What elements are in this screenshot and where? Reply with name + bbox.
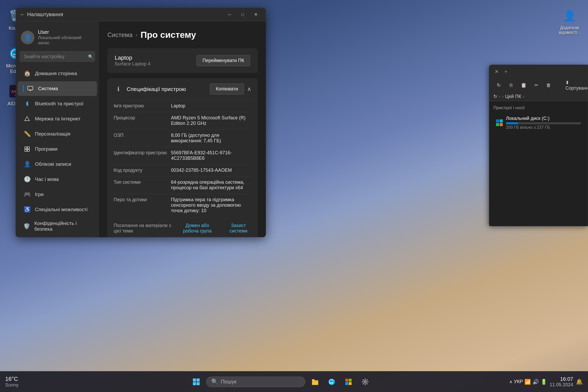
- battery-icon[interactable]: 🔋: [541, 379, 547, 385]
- minimize-button[interactable]: ─: [224, 10, 236, 19]
- svg-rect-18: [345, 379, 348, 382]
- sidebar-item-time[interactable]: 🕐 Час і мова: [18, 172, 97, 187]
- sidebar-system-label: Система: [38, 86, 58, 91]
- spec-value-ram: 8,00 ГБ (доступно для використання: 7,45…: [171, 133, 251, 144]
- this-pc-label[interactable]: Цей ПК: [505, 94, 521, 99]
- cut-button[interactable]: ✂: [531, 81, 541, 90]
- date-display: 11.05.2024: [550, 382, 573, 388]
- refresh-button[interactable]: ↻: [493, 81, 504, 90]
- svg-rect-15: [312, 380, 318, 385]
- privacy-icon: 🛡️: [23, 222, 31, 230]
- sidebar-item-system[interactable]: Система: [18, 81, 97, 96]
- settings-titlebar: ← Налаштування ─ □ ✕: [16, 8, 266, 21]
- desktop-icon-additional[interactable]: 👤 Додаткові відомості...: [557, 5, 583, 37]
- svg-rect-4: [28, 86, 33, 90]
- system-icon: [26, 84, 34, 93]
- sidebar-item-bluetooth[interactable]: Bluetooth та пристрої: [18, 96, 97, 111]
- sidebar-item-privacy[interactable]: 🛡️ Конфіденційність і безпека: [18, 217, 97, 235]
- taskbar-settings[interactable]: [358, 375, 372, 389]
- svg-rect-7: [27, 147, 29, 149]
- taskbar-edge[interactable]: [325, 375, 339, 389]
- taskbar-search-icon: 🔍: [211, 378, 218, 385]
- taskbar-left: 16°C Sunny: [0, 376, 52, 388]
- file-explorer-close[interactable]: ✕: [493, 69, 500, 75]
- breadcrumb-parent[interactable]: Система: [107, 31, 133, 39]
- sidebar-search[interactable]: 🔍: [20, 51, 95, 62]
- sidebar-item-windows-update[interactable]: Windows Update: [18, 236, 97, 237]
- additional-icon: 👤: [561, 7, 578, 24]
- paste-button[interactable]: 📋: [518, 81, 529, 90]
- taskbar: 16°C Sunny 🔍 Пошук: [0, 371, 588, 392]
- delete-button[interactable]: 🗑: [543, 81, 554, 90]
- spec-row-pen: Перо та дотики Підтримка пера та підтрим…: [114, 194, 251, 217]
- devices-section-title: Пристрої і носії: [493, 105, 584, 111]
- personalization-icon: ✏️: [23, 130, 31, 138]
- svg-rect-6: [25, 147, 27, 149]
- user-type: Локальний обліковий запис: [38, 35, 94, 46]
- bluetooth-icon: [23, 100, 31, 108]
- drive-name: Локальний диск (C:): [506, 116, 581, 121]
- clock[interactable]: 16:07 11.05.2024: [550, 376, 573, 388]
- taskbar-search[interactable]: 🔍 Пошук: [206, 377, 305, 387]
- c-drive[interactable]: Локальний диск (C:) 200 ГБ вільно з 237 …: [493, 113, 584, 132]
- user-avatar: 👤: [21, 31, 34, 44]
- domain-link[interactable]: Домен або робоча група: [177, 223, 217, 234]
- collapse-device-icon[interactable]: ∧: [247, 86, 251, 93]
- sidebar-accessibility-label: Спеціальні можливості: [35, 207, 88, 212]
- file-explorer-content: Пристрої і носії Локальний диск (C:): [489, 101, 588, 226]
- sidebar-item-personalization[interactable]: ✏️ Персоналізація: [18, 127, 97, 141]
- file-explorer-window: ✕ + ↻ ⎘ 📋 ✂ 🗑 ⬍ Сортування ↻ › › Цей ПК …: [489, 65, 588, 226]
- wifi-icon[interactable]: 📶: [524, 379, 531, 385]
- drive-space: 200 ГБ вільно з 237 ГБ: [506, 125, 581, 130]
- user-profile[interactable]: 👤 User Локальний обліковий запис: [16, 26, 99, 49]
- svg-rect-20: [345, 382, 348, 385]
- advanced-settings-link[interactable]: Додаткові налаштування системи: [114, 236, 187, 237]
- breadcrumb: Система › Про систему: [107, 30, 258, 40]
- weather-widget[interactable]: 16°C Sunny: [5, 376, 19, 388]
- file-explorer-address: ↻ › › Цей ПК ›: [489, 92, 588, 101]
- start-button[interactable]: [189, 375, 203, 389]
- taskbar-file-explorer[interactable]: [308, 375, 322, 389]
- device-specs-header[interactable]: ℹ Специфікації пристрою Копіювати ∧: [107, 78, 258, 100]
- device-model: Surface Laptop 4: [115, 61, 150, 67]
- search-input[interactable]: [24, 54, 85, 59]
- file-explorer-toolbar: ↻ ⎘ 📋 ✂ 🗑 ⬍ Сортування: [489, 78, 588, 92]
- maximize-button[interactable]: □: [237, 10, 249, 19]
- file-explorer-new-tab[interactable]: +: [503, 69, 509, 75]
- sidebar-item-accessibility[interactable]: ♿ Спеціальні можливості: [18, 202, 97, 217]
- settings-body: 👤 User Локальний обліковий запис 🔍 🏠 Дом…: [16, 21, 266, 237]
- close-button[interactable]: ✕: [250, 10, 262, 19]
- sidebar-apps-label: Програми: [35, 146, 58, 152]
- sidebar-item-network[interactable]: Мережа та Інтернет: [18, 112, 97, 126]
- sidebar-bluetooth-label: Bluetooth та пристрої: [35, 101, 83, 107]
- sidebar-item-apps[interactable]: Програми: [18, 142, 97, 156]
- svg-rect-8: [25, 149, 27, 151]
- rename-pc-button[interactable]: Перейменувати ПК: [197, 55, 250, 66]
- desktop: 🗑️ Кошик Microsoft Edge AIDA: [0, 0, 588, 392]
- sidebar-item-gaming[interactable]: 🎮 Ігри: [18, 187, 97, 202]
- settings-sidebar: 👤 User Локальний обліковий запис 🔍 🏠 Дом…: [16, 21, 99, 237]
- refresh-icon[interactable]: ↻: [493, 94, 497, 99]
- copy-device-specs-button[interactable]: Копіювати: [210, 83, 244, 95]
- titlebar-title: Налаштування: [27, 11, 63, 17]
- gaming-icon: 🎮: [23, 190, 31, 199]
- sidebar-item-accounts[interactable]: 👤 Облікові записи: [18, 157, 97, 172]
- spec-value-system-type: 64-розрядна операційна система, процесор…: [171, 180, 251, 191]
- volume-icon[interactable]: 🔊: [532, 379, 539, 385]
- copy-button[interactable]: ⎘: [506, 81, 516, 90]
- sidebar-privacy-label: Конфіденційність і безпека: [34, 220, 92, 232]
- accounts-icon: 👤: [23, 160, 31, 168]
- sidebar-item-home[interactable]: 🏠 Домашня сторінка: [18, 66, 97, 81]
- svg-rect-14: [197, 382, 200, 385]
- system-protection-link[interactable]: Захист системи: [226, 223, 251, 234]
- sort-button[interactable]: ⬍ Сортування: [573, 81, 584, 90]
- back-button[interactable]: ← Налаштування: [20, 11, 63, 17]
- tray-language[interactable]: УКР: [514, 379, 523, 384]
- taskbar-store[interactable]: [342, 375, 355, 389]
- back-icon: ←: [20, 11, 25, 17]
- spec-value-pen: Підтримка пера та підтримка сенсорного в…: [171, 197, 251, 213]
- breadcrumb-separator: ›: [136, 32, 138, 38]
- links-area: Посилання на матеріали з цієї теми Домен…: [107, 223, 258, 237]
- tray-chevron[interactable]: ∧: [509, 379, 512, 384]
- notification-icon[interactable]: 🔔: [576, 378, 583, 385]
